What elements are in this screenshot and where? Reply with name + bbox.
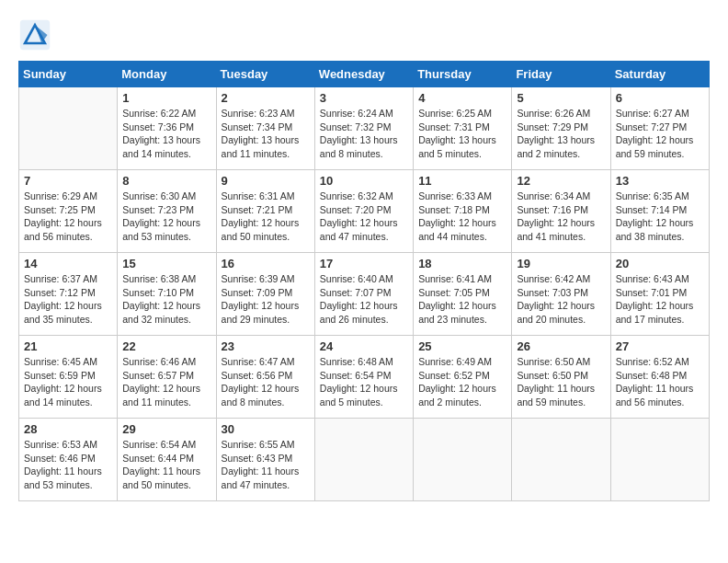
day-info: Sunrise: 6:34 AM Sunset: 7:16 PM Dayligh…: [517, 190, 605, 244]
day-info: Sunrise: 6:55 AM Sunset: 6:43 PM Dayligh…: [222, 438, 310, 492]
day-number: 26: [517, 339, 605, 353]
day-info: Sunrise: 6:50 AM Sunset: 6:50 PM Dayligh…: [517, 355, 605, 409]
calendar-cell: 4Sunrise: 6:25 AM Sunset: 7:31 PM Daylig…: [414, 87, 512, 170]
day-info: Sunrise: 6:29 AM Sunset: 7:25 PM Dayligh…: [24, 190, 112, 244]
day-info: Sunrise: 6:38 AM Sunset: 7:10 PM Dayligh…: [122, 272, 210, 327]
day-info: Sunrise: 6:43 AM Sunset: 7:01 PM Dayligh…: [616, 272, 704, 327]
calendar-cell: [512, 419, 610, 501]
day-number: 8: [122, 174, 210, 188]
calendar-cell: 21Sunrise: 6:45 AM Sunset: 6:59 PM Dayli…: [19, 336, 118, 419]
day-number: 21: [24, 339, 112, 353]
day-info: Sunrise: 6:49 AM Sunset: 6:52 PM Dayligh…: [418, 355, 506, 409]
calendar-header-wednesday: Wednesday: [314, 62, 413, 87]
calendar-cell: 26Sunrise: 6:50 AM Sunset: 6:50 PM Dayli…: [512, 336, 610, 419]
day-number: 10: [320, 174, 408, 188]
day-number: 18: [418, 257, 506, 270]
day-info: Sunrise: 6:41 AM Sunset: 7:05 PM Dayligh…: [418, 272, 506, 327]
calendar-cell: 16Sunrise: 6:39 AM Sunset: 7:09 PM Dayli…: [216, 253, 314, 336]
calendar-header-row: SundayMondayTuesdayWednesdayThursdayFrid…: [19, 62, 710, 87]
calendar-cell: 25Sunrise: 6:49 AM Sunset: 6:52 PM Dayli…: [414, 336, 512, 419]
calendar-week-3: 14Sunrise: 6:37 AM Sunset: 7:12 PM Dayli…: [19, 253, 710, 336]
day-number: 14: [24, 257, 112, 270]
day-info: Sunrise: 6:53 AM Sunset: 6:46 PM Dayligh…: [24, 438, 112, 492]
calendar-cell: 7Sunrise: 6:29 AM Sunset: 7:25 PM Daylig…: [19, 170, 118, 253]
day-info: Sunrise: 6:23 AM Sunset: 7:34 PM Dayligh…: [222, 107, 310, 161]
day-info: Sunrise: 6:35 AM Sunset: 7:14 PM Dayligh…: [616, 190, 704, 244]
day-number: 17: [320, 257, 408, 270]
calendar-header-friday: Friday: [512, 62, 610, 87]
day-info: Sunrise: 6:27 AM Sunset: 7:27 PM Dayligh…: [616, 107, 704, 161]
logo: [18, 18, 55, 52]
calendar-cell: 9Sunrise: 6:31 AM Sunset: 7:21 PM Daylig…: [216, 170, 314, 253]
day-info: Sunrise: 6:45 AM Sunset: 6:59 PM Dayligh…: [24, 355, 112, 409]
calendar-week-4: 21Sunrise: 6:45 AM Sunset: 6:59 PM Dayli…: [19, 336, 710, 419]
day-number: 24: [320, 339, 408, 353]
day-info: Sunrise: 6:37 AM Sunset: 7:12 PM Dayligh…: [24, 272, 112, 327]
day-info: Sunrise: 6:30 AM Sunset: 7:23 PM Dayligh…: [122, 190, 210, 244]
calendar-header-tuesday: Tuesday: [216, 62, 314, 87]
day-info: Sunrise: 6:48 AM Sunset: 6:54 PM Dayligh…: [320, 355, 408, 409]
day-number: 15: [122, 257, 210, 270]
calendar-cell: 24Sunrise: 6:48 AM Sunset: 6:54 PM Dayli…: [314, 336, 413, 419]
calendar-cell: 28Sunrise: 6:53 AM Sunset: 6:46 PM Dayli…: [19, 419, 118, 501]
day-info: Sunrise: 6:32 AM Sunset: 7:20 PM Dayligh…: [320, 190, 408, 244]
calendar-header-thursday: Thursday: [414, 62, 512, 87]
calendar-header-sunday: Sunday: [19, 62, 118, 87]
day-info: Sunrise: 6:52 AM Sunset: 6:48 PM Dayligh…: [616, 355, 704, 409]
calendar-week-1: 1Sunrise: 6:22 AM Sunset: 7:36 PM Daylig…: [19, 87, 710, 170]
calendar-week-5: 28Sunrise: 6:53 AM Sunset: 6:46 PM Dayli…: [19, 419, 710, 501]
day-number: 5: [517, 91, 605, 105]
day-number: 29: [122, 422, 210, 436]
day-number: 30: [222, 422, 310, 436]
day-number: 3: [320, 91, 408, 105]
calendar-cell: 23Sunrise: 6:47 AM Sunset: 6:56 PM Dayli…: [216, 336, 314, 419]
day-number: 19: [517, 257, 605, 270]
day-info: Sunrise: 6:33 AM Sunset: 7:18 PM Dayligh…: [418, 190, 506, 244]
day-number: 9: [222, 174, 310, 188]
day-info: Sunrise: 6:46 AM Sunset: 6:57 PM Dayligh…: [122, 355, 210, 409]
calendar-cell: 5Sunrise: 6:26 AM Sunset: 7:29 PM Daylig…: [512, 87, 610, 170]
calendar-cell: 12Sunrise: 6:34 AM Sunset: 7:16 PM Dayli…: [512, 170, 610, 253]
day-number: 2: [222, 91, 310, 105]
day-number: 23: [222, 339, 310, 353]
calendar-cell: [414, 419, 512, 501]
calendar-cell: 18Sunrise: 6:41 AM Sunset: 7:05 PM Dayli…: [414, 253, 512, 336]
calendar-cell: 6Sunrise: 6:27 AM Sunset: 7:27 PM Daylig…: [610, 87, 709, 170]
calendar-cell: 14Sunrise: 6:37 AM Sunset: 7:12 PM Dayli…: [19, 253, 118, 336]
day-number: 7: [24, 174, 112, 188]
calendar-cell: 15Sunrise: 6:38 AM Sunset: 7:10 PM Dayli…: [118, 253, 216, 336]
calendar-cell: 1Sunrise: 6:22 AM Sunset: 7:36 PM Daylig…: [118, 87, 216, 170]
calendar-cell: 30Sunrise: 6:55 AM Sunset: 6:43 PM Dayli…: [216, 419, 314, 501]
calendar-cell: 19Sunrise: 6:42 AM Sunset: 7:03 PM Dayli…: [512, 253, 610, 336]
calendar-cell: 11Sunrise: 6:33 AM Sunset: 7:18 PM Dayli…: [414, 170, 512, 253]
calendar-cell: 20Sunrise: 6:43 AM Sunset: 7:01 PM Dayli…: [610, 253, 709, 336]
calendar-cell: [19, 87, 118, 170]
calendar-cell: 13Sunrise: 6:35 AM Sunset: 7:14 PM Dayli…: [610, 170, 709, 253]
calendar-cell: 2Sunrise: 6:23 AM Sunset: 7:34 PM Daylig…: [216, 87, 314, 170]
calendar-cell: [610, 419, 709, 501]
calendar-cell: 3Sunrise: 6:24 AM Sunset: 7:32 PM Daylig…: [314, 87, 413, 170]
calendar-cell: 10Sunrise: 6:32 AM Sunset: 7:20 PM Dayli…: [314, 170, 413, 253]
day-number: 25: [418, 339, 506, 353]
calendar-cell: 29Sunrise: 6:54 AM Sunset: 6:44 PM Dayli…: [118, 419, 216, 501]
day-number: 6: [616, 91, 704, 105]
calendar-week-2: 7Sunrise: 6:29 AM Sunset: 7:25 PM Daylig…: [19, 170, 710, 253]
day-number: 13: [616, 174, 704, 188]
day-info: Sunrise: 6:26 AM Sunset: 7:29 PM Dayligh…: [517, 107, 605, 161]
logo-icon: [18, 18, 51, 52]
day-info: Sunrise: 6:47 AM Sunset: 6:56 PM Dayligh…: [222, 355, 310, 409]
day-info: Sunrise: 6:54 AM Sunset: 6:44 PM Dayligh…: [122, 438, 210, 492]
calendar-cell: 8Sunrise: 6:30 AM Sunset: 7:23 PM Daylig…: [118, 170, 216, 253]
day-number: 12: [517, 174, 605, 188]
calendar-header-saturday: Saturday: [610, 62, 709, 87]
day-info: Sunrise: 6:31 AM Sunset: 7:21 PM Dayligh…: [222, 190, 310, 244]
calendar-header-monday: Monday: [118, 62, 216, 87]
calendar-cell: [314, 419, 413, 501]
day-number: 28: [24, 422, 112, 436]
calendar-cell: 22Sunrise: 6:46 AM Sunset: 6:57 PM Dayli…: [118, 336, 216, 419]
day-info: Sunrise: 6:39 AM Sunset: 7:09 PM Dayligh…: [222, 272, 310, 327]
day-info: Sunrise: 6:22 AM Sunset: 7:36 PM Dayligh…: [122, 107, 210, 161]
calendar-cell: 27Sunrise: 6:52 AM Sunset: 6:48 PM Dayli…: [610, 336, 709, 419]
day-number: 4: [418, 91, 506, 105]
day-info: Sunrise: 6:25 AM Sunset: 7:31 PM Dayligh…: [418, 107, 506, 161]
